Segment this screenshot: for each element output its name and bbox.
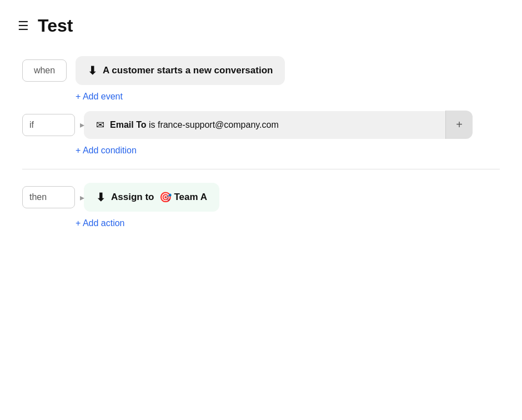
add-event-label: + Add event: [76, 92, 123, 102]
main-content: when ⬇ A customer starts a new conversat…: [0, 47, 522, 259]
if-row: if ✉ Email To is france-support@company.…: [22, 111, 500, 139]
when-section: when ⬇ A customer starts a new conversat…: [22, 56, 500, 102]
team-name: Team A: [174, 192, 207, 203]
event-text: A customer starts a new conversation: [103, 65, 273, 76]
event-pill[interactable]: ⬇ A customer starts a new conversation: [76, 56, 285, 85]
then-section: then ⬇ Assign to 🎯 Team A + Add action: [22, 183, 500, 228]
condition-main[interactable]: ✉ Email To is france-support@company.com: [84, 111, 445, 139]
download-icon: ⬇: [88, 64, 97, 77]
if-label: if: [22, 114, 75, 136]
when-label: when: [22, 59, 67, 82]
menu-icon[interactable]: ☰: [18, 20, 29, 32]
section-divider: [22, 169, 500, 169]
condition-value: is france-support@company.com: [147, 120, 279, 129]
add-condition-label: + Add condition: [76, 146, 137, 156]
email-icon: ✉: [96, 119, 104, 131]
condition-add-button[interactable]: +: [445, 111, 473, 139]
action-icon: ⬇: [96, 191, 106, 204]
page-title: Test: [38, 16, 73, 36]
if-section: if ✉ Email To is france-support@company.…: [22, 111, 500, 156]
team-badge: 🎯 Team A: [159, 191, 207, 203]
when-row: when ⬇ A customer starts a new conversat…: [22, 56, 500, 85]
add-event-link[interactable]: + Add event: [76, 92, 500, 102]
add-condition-link[interactable]: + Add condition: [76, 146, 500, 156]
team-emoji: 🎯: [159, 191, 172, 203]
condition-field: Email To: [110, 120, 147, 129]
app-header: ☰ Test: [0, 0, 522, 47]
condition-pill: ✉ Email To is france-support@company.com…: [84, 111, 473, 139]
add-action-label: + Add action: [76, 218, 125, 228]
condition-text: Email To is france-support@company.com: [110, 120, 279, 130]
then-row: then ⬇ Assign to 🎯 Team A: [22, 183, 500, 212]
add-action-link[interactable]: + Add action: [76, 218, 500, 228]
action-assign-text: Assign to: [111, 192, 154, 203]
then-label: then: [22, 186, 75, 208]
action-pill[interactable]: ⬇ Assign to 🎯 Team A: [84, 183, 219, 212]
